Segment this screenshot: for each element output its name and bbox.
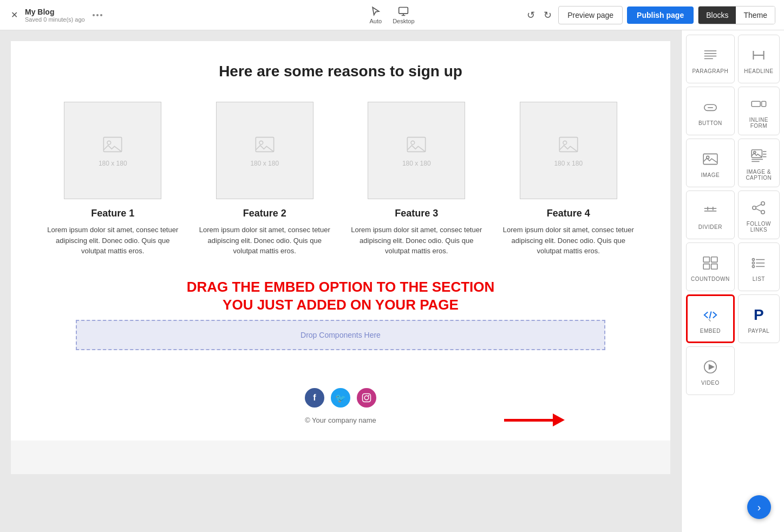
preview-page-button[interactable]: Preview page — [558, 6, 623, 24]
button-icon — [702, 98, 719, 116]
arrow-head-icon — [553, 413, 565, 426]
feature-image-1: 180 x 180 — [64, 102, 161, 199]
feature-name-2: Feature 2 — [195, 208, 335, 219]
instagram-icon[interactable] — [357, 388, 376, 408]
image-size-2: 180 x 180 — [250, 160, 279, 167]
image-size-1: 180 x 180 — [99, 160, 127, 167]
svg-point-37 — [753, 206, 756, 209]
desktop-mode[interactable]: Desktop — [393, 6, 414, 24]
svg-line-39 — [756, 205, 762, 207]
site-info: My Blog Saved 0 minute(s) ago — [25, 8, 85, 23]
image-label: IMAGE — [701, 172, 720, 178]
page-footer: f 🐦 © Your company name — [11, 372, 670, 441]
sidebar-block-countdown[interactable]: COUNTDOWN — [686, 242, 735, 291]
svg-rect-44 — [711, 264, 717, 269]
feature-image-2: 180 x 180 — [216, 102, 313, 199]
feature-name-4: Feature 4 — [499, 208, 638, 219]
image-placeholder-icon — [102, 134, 123, 155]
svg-rect-42 — [711, 257, 717, 262]
drop-zone[interactable]: Drop Components Here — [76, 320, 605, 350]
feature-name-3: Feature 3 — [347, 208, 486, 219]
more-options-button[interactable] — [90, 12, 104, 18]
svg-point-36 — [761, 202, 765, 205]
arrow-shaft — [504, 419, 553, 422]
embed-icon — [702, 306, 719, 324]
feature-desc-2: Lorem ipsum dolor sit amet, consec tetue… — [195, 225, 335, 257]
svg-rect-0 — [399, 7, 408, 14]
main-layout: Here are some reasons to sign up — [0, 30, 784, 532]
svg-rect-22 — [762, 101, 766, 107]
tab-theme[interactable]: Theme — [736, 6, 775, 24]
divider-label: DIVIDER — [698, 224, 722, 230]
topbar-right: ↺ ↻ Preview page Publish page Blocks The… — [423, 6, 776, 24]
headline-label: HEADLINE — [744, 68, 773, 74]
sidebar-block-list[interactable]: LIST — [738, 242, 780, 291]
feature-desc-3: Lorem ipsum dolor sit amet, consec tetue… — [347, 225, 486, 257]
image-caption-icon — [750, 147, 767, 165]
saved-status: Saved 0 minute(s) ago — [25, 16, 85, 23]
paragraph-icon — [702, 47, 719, 64]
image-placeholder-icon — [254, 134, 276, 155]
image-size-3: 180 x 180 — [402, 160, 431, 167]
feature-name-1: Feature 1 — [43, 208, 182, 219]
image-icon — [702, 150, 719, 168]
scroll-down-button[interactable]: › — [747, 495, 771, 519]
publish-page-button[interactable]: Publish page — [627, 6, 694, 24]
image-placeholder-icon — [558, 134, 579, 155]
sidebar-block-video[interactable]: VIDEO — [686, 346, 735, 395]
undo-redo-group: ↺ ↻ — [525, 7, 554, 23]
follow-links-label: FOLLOW LINKS — [743, 221, 775, 233]
topbar-left: ✕ My Blog Saved 0 minute(s) ago — [9, 8, 361, 23]
close-button[interactable]: ✕ — [9, 10, 19, 21]
redo-button[interactable]: ↻ — [541, 7, 554, 23]
device-mode-selector: Auto Desktop — [370, 6, 415, 24]
sidebar-block-divider[interactable]: DIVIDER — [686, 191, 735, 239]
sidebar-block-image-caption[interactable]: IMAGE & CAPTION — [738, 139, 780, 187]
sidebar-block-inline-form[interactable]: INLINE FORM — [738, 87, 780, 135]
arrow-container — [504, 413, 565, 426]
canvas-area: Here are some reasons to sign up — [0, 30, 681, 532]
site-title: My Blog — [25, 8, 85, 16]
inline-form-label: INLINE FORM — [743, 117, 775, 129]
svg-point-2 — [107, 141, 111, 145]
sidebar-block-button[interactable]: BUTTON — [686, 87, 735, 135]
svg-point-11 — [368, 395, 369, 396]
svg-marker-53 — [709, 364, 715, 370]
list-item: 180 x 180 Feature 3 Lorem ipsum dolor si… — [347, 102, 486, 257]
svg-point-38 — [761, 211, 765, 214]
sidebar-block-paypal[interactable]: P PAYPAL — [738, 294, 780, 343]
list-label: LIST — [753, 276, 765, 282]
inline-form-icon — [750, 95, 767, 113]
scroll-arrow-icon: › — [757, 501, 761, 514]
facebook-icon[interactable]: f — [305, 388, 324, 408]
feature-image-4: 180 x 180 — [520, 102, 617, 199]
sidebar-block-follow-links[interactable]: FOLLOW LINKS — [738, 191, 780, 239]
blocks-theme-tabs: Blocks Theme — [698, 6, 775, 24]
svg-rect-41 — [703, 257, 709, 262]
social-icons: f 🐦 — [32, 388, 649, 408]
image-size-4: 180 x 180 — [554, 160, 583, 167]
sidebar-block-paragraph[interactable]: PARAGRAPH — [686, 35, 735, 83]
svg-point-49 — [753, 265, 755, 267]
button-label: BUTTON — [698, 120, 722, 126]
drop-zone-label: Drop Components Here — [300, 331, 381, 339]
undo-button[interactable]: ↺ — [525, 7, 537, 23]
features-grid: 180 x 180 Feature 1 Lorem ipsum dolor si… — [43, 102, 638, 257]
paragraph-label: PARAGRAPH — [692, 68, 729, 74]
cursor-mode[interactable]: Auto — [370, 6, 382, 24]
svg-rect-21 — [752, 101, 761, 107]
sidebar-block-headline[interactable]: HEADLINE — [738, 35, 780, 83]
list-item: 180 x 180 Feature 1 Lorem ipsum dolor si… — [43, 102, 182, 257]
svg-point-4 — [259, 141, 263, 145]
twitter-icon[interactable]: 🐦 — [331, 388, 350, 408]
sidebar-block-embed[interactable]: EMBED — [686, 294, 735, 343]
instruction-container: drag the embed option to the section you… — [43, 278, 638, 315]
follow-links-icon — [750, 199, 767, 216]
svg-line-40 — [756, 209, 762, 212]
image-placeholder-icon — [406, 134, 427, 155]
svg-point-6 — [411, 141, 415, 145]
feature-desc-1: Lorem ipsum dolor sit amet, consec tetue… — [43, 225, 182, 257]
sidebar-block-image[interactable]: IMAGE — [686, 139, 735, 187]
tab-blocks[interactable]: Blocks — [698, 6, 736, 24]
content-section: Here are some reasons to sign up — [11, 41, 670, 372]
